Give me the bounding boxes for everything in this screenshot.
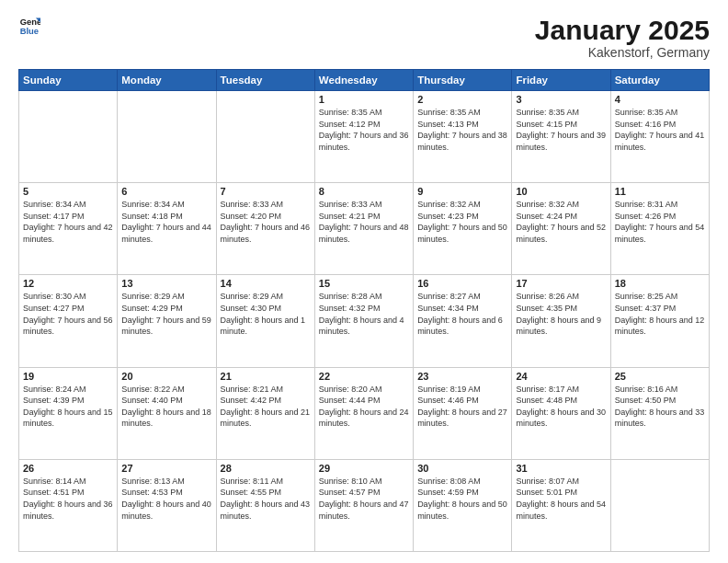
table-row: 9Sunrise: 8:32 AM Sunset: 4:23 PM Daylig… bbox=[414, 183, 512, 275]
table-row: 4Sunrise: 8:35 AM Sunset: 4:16 PM Daylig… bbox=[610, 91, 709, 183]
day-number: 28 bbox=[221, 463, 311, 474]
day-info: Sunrise: 8:26 AM Sunset: 4:35 PM Dayligh… bbox=[516, 291, 606, 337]
col-saturday: Saturday bbox=[610, 70, 709, 91]
day-info: Sunrise: 8:29 AM Sunset: 4:30 PM Dayligh… bbox=[221, 291, 311, 337]
calendar-week-row: 5Sunrise: 8:34 AM Sunset: 4:17 PM Daylig… bbox=[19, 183, 710, 275]
calendar-table: Sunday Monday Tuesday Wednesday Thursday… bbox=[18, 69, 710, 552]
title-block: January 2025 Kakenstorf, Germany bbox=[535, 15, 710, 60]
table-row bbox=[118, 91, 216, 183]
table-row: 16Sunrise: 8:27 AM Sunset: 4:34 PM Dayli… bbox=[414, 275, 512, 367]
day-info: Sunrise: 8:28 AM Sunset: 4:32 PM Dayligh… bbox=[319, 291, 409, 337]
page: General Blue January 2025 Kakenstorf, Ge… bbox=[0, 0, 728, 563]
table-row: 1Sunrise: 8:35 AM Sunset: 4:12 PM Daylig… bbox=[314, 91, 413, 183]
table-row: 3Sunrise: 8:35 AM Sunset: 4:15 PM Daylig… bbox=[512, 91, 610, 183]
day-number: 30 bbox=[417, 463, 507, 474]
table-row: 27Sunrise: 8:13 AM Sunset: 4:53 PM Dayli… bbox=[118, 459, 216, 551]
day-info: Sunrise: 8:16 AM Sunset: 4:50 PM Dayligh… bbox=[615, 384, 705, 430]
table-row: 21Sunrise: 8:21 AM Sunset: 4:42 PM Dayli… bbox=[216, 367, 314, 459]
day-number: 9 bbox=[417, 186, 507, 197]
col-friday: Friday bbox=[512, 70, 610, 91]
table-row: 18Sunrise: 8:25 AM Sunset: 4:37 PM Dayli… bbox=[610, 275, 709, 367]
day-number: 7 bbox=[221, 186, 311, 197]
day-number: 4 bbox=[615, 94, 705, 105]
col-tuesday: Tuesday bbox=[216, 70, 314, 91]
day-info: Sunrise: 8:35 AM Sunset: 4:15 PM Dayligh… bbox=[516, 107, 606, 153]
calendar-header-row: Sunday Monday Tuesday Wednesday Thursday… bbox=[19, 70, 710, 91]
day-info: Sunrise: 8:11 AM Sunset: 4:55 PM Dayligh… bbox=[221, 476, 311, 522]
table-row: 14Sunrise: 8:29 AM Sunset: 4:30 PM Dayli… bbox=[216, 275, 314, 367]
col-sunday: Sunday bbox=[19, 70, 118, 91]
day-number: 2 bbox=[417, 94, 507, 105]
table-row: 7Sunrise: 8:33 AM Sunset: 4:20 PM Daylig… bbox=[216, 183, 314, 275]
day-info: Sunrise: 8:08 AM Sunset: 4:59 PM Dayligh… bbox=[417, 476, 507, 522]
day-info: Sunrise: 8:35 AM Sunset: 4:13 PM Dayligh… bbox=[417, 107, 507, 153]
day-number: 3 bbox=[516, 94, 606, 105]
day-info: Sunrise: 8:33 AM Sunset: 4:20 PM Dayligh… bbox=[221, 199, 311, 245]
day-info: Sunrise: 8:07 AM Sunset: 5:01 PM Dayligh… bbox=[516, 476, 606, 522]
day-info: Sunrise: 8:17 AM Sunset: 4:48 PM Dayligh… bbox=[516, 384, 606, 430]
day-info: Sunrise: 8:33 AM Sunset: 4:21 PM Dayligh… bbox=[319, 199, 409, 245]
day-info: Sunrise: 8:30 AM Sunset: 4:27 PM Dayligh… bbox=[23, 291, 113, 337]
day-info: Sunrise: 8:25 AM Sunset: 4:37 PM Dayligh… bbox=[615, 291, 705, 337]
table-row: 30Sunrise: 8:08 AM Sunset: 4:59 PM Dayli… bbox=[414, 459, 512, 551]
day-info: Sunrise: 8:27 AM Sunset: 4:34 PM Dayligh… bbox=[417, 291, 507, 337]
day-number: 19 bbox=[23, 371, 113, 382]
table-row: 13Sunrise: 8:29 AM Sunset: 4:29 PM Dayli… bbox=[118, 275, 216, 367]
header: General Blue January 2025 Kakenstorf, Ge… bbox=[18, 15, 710, 60]
table-row: 26Sunrise: 8:14 AM Sunset: 4:51 PM Dayli… bbox=[19, 459, 118, 551]
day-number: 22 bbox=[319, 371, 409, 382]
table-row: 23Sunrise: 8:19 AM Sunset: 4:46 PM Dayli… bbox=[414, 367, 512, 459]
calendar-week-row: 12Sunrise: 8:30 AM Sunset: 4:27 PM Dayli… bbox=[19, 275, 710, 367]
calendar-week-row: 1Sunrise: 8:35 AM Sunset: 4:12 PM Daylig… bbox=[19, 91, 710, 183]
table-row: 29Sunrise: 8:10 AM Sunset: 4:57 PM Dayli… bbox=[314, 459, 413, 551]
day-number: 21 bbox=[221, 371, 311, 382]
table-row: 2Sunrise: 8:35 AM Sunset: 4:13 PM Daylig… bbox=[414, 91, 512, 183]
calendar-week-row: 26Sunrise: 8:14 AM Sunset: 4:51 PM Dayli… bbox=[19, 459, 710, 551]
day-info: Sunrise: 8:32 AM Sunset: 4:23 PM Dayligh… bbox=[417, 199, 507, 245]
col-thursday: Thursday bbox=[414, 70, 512, 91]
logo-icon: General Blue bbox=[18, 15, 40, 37]
svg-text:Blue: Blue bbox=[20, 26, 39, 36]
day-info: Sunrise: 8:34 AM Sunset: 4:17 PM Dayligh… bbox=[23, 199, 113, 245]
table-row: 11Sunrise: 8:31 AM Sunset: 4:26 PM Dayli… bbox=[610, 183, 709, 275]
day-info: Sunrise: 8:13 AM Sunset: 4:53 PM Dayligh… bbox=[121, 476, 211, 522]
day-number: 20 bbox=[121, 371, 211, 382]
day-number: 29 bbox=[319, 463, 409, 474]
day-number: 23 bbox=[417, 371, 507, 382]
day-info: Sunrise: 8:34 AM Sunset: 4:18 PM Dayligh… bbox=[121, 199, 211, 245]
table-row bbox=[216, 91, 314, 183]
logo: General Blue bbox=[18, 15, 40, 37]
table-row bbox=[610, 459, 709, 551]
table-row: 6Sunrise: 8:34 AM Sunset: 4:18 PM Daylig… bbox=[118, 183, 216, 275]
table-row: 12Sunrise: 8:30 AM Sunset: 4:27 PM Dayli… bbox=[19, 275, 118, 367]
day-number: 16 bbox=[417, 278, 507, 289]
table-row: 5Sunrise: 8:34 AM Sunset: 4:17 PM Daylig… bbox=[19, 183, 118, 275]
table-row: 20Sunrise: 8:22 AM Sunset: 4:40 PM Dayli… bbox=[118, 367, 216, 459]
day-info: Sunrise: 8:14 AM Sunset: 4:51 PM Dayligh… bbox=[23, 476, 113, 522]
day-number: 25 bbox=[615, 371, 705, 382]
day-info: Sunrise: 8:24 AM Sunset: 4:39 PM Dayligh… bbox=[23, 384, 113, 430]
table-row: 17Sunrise: 8:26 AM Sunset: 4:35 PM Dayli… bbox=[512, 275, 610, 367]
day-number: 27 bbox=[121, 463, 211, 474]
day-number: 13 bbox=[121, 278, 211, 289]
day-number: 15 bbox=[319, 278, 409, 289]
day-info: Sunrise: 8:19 AM Sunset: 4:46 PM Dayligh… bbox=[417, 384, 507, 430]
day-number: 17 bbox=[516, 278, 606, 289]
day-info: Sunrise: 8:10 AM Sunset: 4:57 PM Dayligh… bbox=[319, 476, 409, 522]
day-number: 6 bbox=[121, 186, 211, 197]
day-number: 5 bbox=[23, 186, 113, 197]
day-number: 14 bbox=[221, 278, 311, 289]
table-row: 28Sunrise: 8:11 AM Sunset: 4:55 PM Dayli… bbox=[216, 459, 314, 551]
day-number: 24 bbox=[516, 371, 606, 382]
day-info: Sunrise: 8:22 AM Sunset: 4:40 PM Dayligh… bbox=[121, 384, 211, 430]
day-number: 12 bbox=[23, 278, 113, 289]
table-row: 24Sunrise: 8:17 AM Sunset: 4:48 PM Dayli… bbox=[512, 367, 610, 459]
day-number: 10 bbox=[516, 186, 606, 197]
col-monday: Monday bbox=[118, 70, 216, 91]
table-row: 19Sunrise: 8:24 AM Sunset: 4:39 PM Dayli… bbox=[19, 367, 118, 459]
table-row: 15Sunrise: 8:28 AM Sunset: 4:32 PM Dayli… bbox=[314, 275, 413, 367]
table-row: 22Sunrise: 8:20 AM Sunset: 4:44 PM Dayli… bbox=[314, 367, 413, 459]
day-number: 8 bbox=[319, 186, 409, 197]
table-row: 8Sunrise: 8:33 AM Sunset: 4:21 PM Daylig… bbox=[314, 183, 413, 275]
day-info: Sunrise: 8:21 AM Sunset: 4:42 PM Dayligh… bbox=[221, 384, 311, 430]
